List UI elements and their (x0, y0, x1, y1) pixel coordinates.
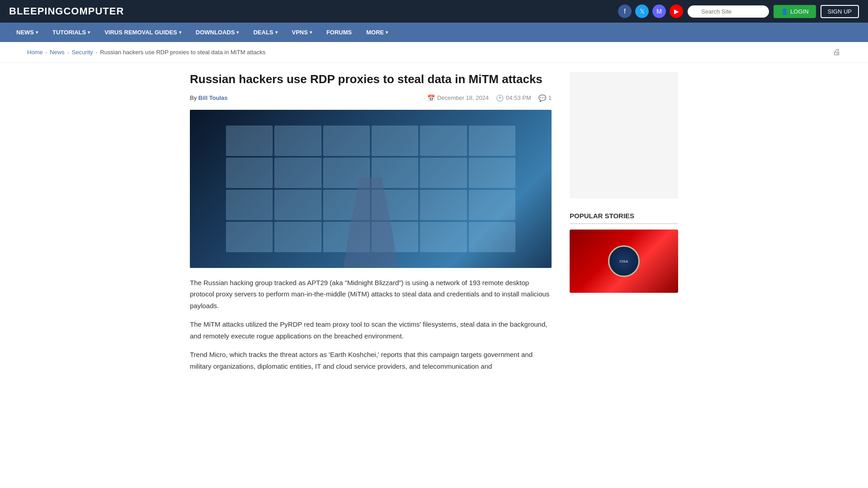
article-comments[interactable]: 💬 1 (538, 94, 552, 102)
comment-icon: 💬 (538, 94, 546, 102)
monitor-cell (372, 126, 418, 156)
main-container: Russian hackers use RDP proxies to steal… (163, 63, 705, 388)
nav-virus-removal[interactable]: VIRUS REMOVAL GUIDES ▾ (97, 23, 189, 42)
monitor-cell (469, 190, 515, 220)
monitor-cell (323, 126, 370, 156)
main-nav: NEWS ▾ TUTORIALS ▾ VIRUS REMOVAL GUIDES … (0, 23, 868, 42)
facebook-icon[interactable]: f (618, 5, 632, 18)
header-right: f 𝕏 M ▶ 🔍 👤 LOGIN SIGN UP (618, 5, 859, 18)
nav-news[interactable]: NEWS ▾ (9, 23, 45, 42)
meta-right: 📅 December 18, 2024 🕐 04:53 PM 💬 1 (427, 94, 552, 102)
article-time: 🕐 04:53 PM (496, 94, 531, 102)
chevron-down-icon: ▾ (179, 30, 181, 35)
user-icon: 👤 (781, 8, 788, 15)
breadcrumb-section: Home › News › Security › Russian hackers… (0, 42, 868, 63)
breadcrumb-security[interactable]: Security (72, 49, 93, 56)
popular-stories-title: POPULAR STORIES (570, 212, 678, 224)
chevron-down-icon: ▾ (310, 30, 312, 35)
mastodon-icon[interactable]: M (652, 5, 666, 18)
sidebar-ad (570, 72, 678, 198)
breadcrumb-news[interactable]: News (50, 49, 65, 56)
youtube-icon[interactable]: ▶ (670, 5, 683, 18)
twitter-icon[interactable]: 𝕏 (635, 5, 649, 18)
print-icon[interactable]: 🖨 (833, 47, 841, 57)
article-image (190, 110, 552, 268)
chevron-down-icon: ▾ (386, 30, 388, 35)
nav-vpns[interactable]: VPNS ▾ (285, 23, 319, 42)
article-date: 📅 December 18, 2024 (427, 94, 489, 102)
clock-icon: 🕐 (496, 94, 504, 102)
chevron-down-icon: ▾ (236, 30, 239, 35)
sidebar: POPULAR STORIES CISA (570, 72, 678, 379)
monitor-cell (420, 158, 467, 188)
nav-more[interactable]: MORE ▾ (359, 23, 395, 42)
monitor-cell (469, 222, 515, 252)
article-author: By Bill Toulas (190, 94, 228, 101)
author-link[interactable]: Bill Toulas (198, 94, 228, 101)
breadcrumb-home[interactable]: Home (27, 49, 43, 56)
nav-deals[interactable]: DEALS ▾ (246, 23, 284, 42)
breadcrumb-separator: › (96, 50, 98, 55)
monitor-cell (420, 222, 467, 252)
monitor-cell (226, 126, 273, 156)
chevron-down-icon: ▾ (36, 30, 38, 35)
article-paragraph: The MiTM attacks utilized the PyRDP red … (190, 319, 552, 342)
article-paragraph: Trend Micro, which tracks the threat act… (190, 349, 552, 372)
chevron-down-icon: ▾ (88, 30, 90, 35)
chevron-down-icon: ▾ (275, 30, 278, 35)
breadcrumb-current: Russian hackers use RDP proxies to steal… (100, 49, 265, 56)
popular-story-image[interactable]: CISA (570, 230, 678, 293)
monitor-cell (469, 158, 515, 188)
monitor-cell (274, 158, 321, 188)
search-wrapper: 🔍 (688, 5, 769, 18)
signup-button[interactable]: SIGN UP (821, 5, 859, 18)
site-logo[interactable]: BLEEPINGCOMPUTER (9, 5, 124, 17)
site-header: BLEEPINGCOMPUTER f 𝕏 M ▶ 🔍 👤 LOGIN SIGN … (0, 0, 868, 23)
article-paragraph: The Russian hacking group tracked as APT… (190, 277, 552, 312)
nav-downloads[interactable]: DOWNLOADS ▾ (189, 23, 246, 42)
calendar-icon: 📅 (427, 94, 435, 102)
cisa-badge: CISA (608, 245, 640, 277)
breadcrumb-separator: › (67, 50, 69, 55)
monitor-cell (274, 222, 321, 252)
article-body: The Russian hacking group tracked as APT… (190, 277, 552, 372)
monitor-cell (469, 126, 515, 156)
article-section: Russian hackers use RDP proxies to steal… (190, 72, 552, 379)
monitor-cell (274, 190, 321, 220)
monitor-cell (420, 126, 467, 156)
login-button[interactable]: 👤 LOGIN (774, 5, 816, 18)
monitor-cell (226, 190, 273, 220)
breadcrumb-separator: › (46, 50, 47, 55)
article-meta: By Bill Toulas 📅 December 18, 2024 🕐 04:… (190, 94, 552, 102)
breadcrumb: Home › News › Security › Russian hackers… (27, 49, 265, 56)
monitor-cell (420, 190, 467, 220)
search-input[interactable] (688, 5, 769, 18)
social-icons: f 𝕏 M ▶ (618, 5, 683, 18)
nav-tutorials[interactable]: TUTORIALS ▾ (45, 23, 97, 42)
monitor-cell (226, 158, 273, 188)
monitor-cell (274, 126, 321, 156)
nav-forums[interactable]: FORUMS (319, 23, 359, 42)
monitor-cell (226, 222, 273, 252)
article-title: Russian hackers use RDP proxies to steal… (190, 72, 552, 87)
